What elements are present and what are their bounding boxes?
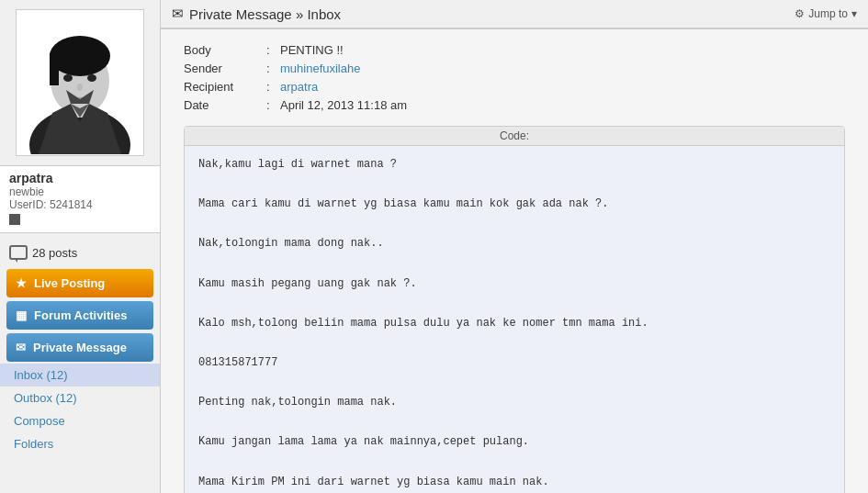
user-rank: newbie (9, 185, 151, 198)
outbox-link[interactable]: Outbox (12) (0, 387, 160, 409)
forum-activities-button[interactable]: ▦ Forum Activities (6, 301, 153, 330)
private-message-label: Private Message (33, 341, 127, 354)
date-value: April 12, 2013 11:18 am (280, 98, 407, 112)
gear-icon: ⚙ (795, 7, 805, 20)
meta-recipient-row: Recipient : arpatra (184, 80, 845, 94)
live-posting-button[interactable]: ★ Live Posting (6, 269, 153, 297)
user-badge (9, 214, 20, 225)
inbox-link[interactable]: Inbox (12) (0, 364, 160, 387)
user-info: arpatra newbie UserID: 5241814 (0, 165, 160, 233)
body-label: Body (184, 43, 266, 57)
message-meta: Body : PENTING !! Sender : muhinefuxilah… (184, 43, 845, 112)
date-label: Date (184, 98, 266, 112)
avatar (20, 12, 140, 154)
private-message-button[interactable]: ✉ Private Message (6, 333, 153, 362)
meta-body-row: Body : PENTING !! (184, 43, 845, 57)
svg-rect-5 (50, 53, 59, 85)
recipient-label: Recipient (184, 80, 266, 94)
sender-value[interactable]: muhinefuxilahe (280, 62, 360, 75)
pm-icon: ✉ (16, 341, 26, 354)
svg-point-8 (77, 84, 83, 91)
page-title: ✉ Private Message » Inbox (172, 6, 341, 22)
message-body-area: Body : PENTING !! Sender : muhinefuxilah… (161, 29, 868, 493)
page-title-text: Private Message » Inbox (189, 6, 341, 22)
live-icon: ★ (16, 276, 27, 290)
avatar-container (16, 9, 144, 156)
sender-label: Sender (184, 62, 266, 75)
svg-point-7 (87, 74, 96, 82)
envelope-icon: ✉ (172, 6, 184, 22)
forum-icon: ▦ (16, 308, 27, 322)
meta-date-row: Date : April 12, 2013 11:18 am (184, 98, 845, 112)
code-body: Nak,kamu lagi di warnet mana ? Mama cari… (185, 146, 844, 493)
meta-sender-row: Sender : muhinefuxilahe (184, 62, 845, 75)
sidebar: arpatra newbie UserID: 5241814 28 posts … (0, 0, 161, 493)
compose-link[interactable]: Compose (0, 409, 160, 432)
code-header: Code: (185, 127, 844, 146)
posts-count-label: 28 posts (32, 246, 77, 260)
live-posting-label: Live Posting (34, 276, 105, 290)
main-content: ✉ Private Message » Inbox ⚙ Jump to ▾ Bo… (161, 0, 868, 493)
folders-link[interactable]: Folders (0, 432, 160, 455)
recipient-value[interactable]: arpatra (280, 80, 318, 94)
bubble-icon (9, 245, 28, 260)
forum-activities-label: Forum Activities (34, 308, 127, 322)
username: arpatra (9, 171, 151, 185)
pm-nav-section: Inbox (12) Outbox (12) Compose Folders (0, 364, 160, 455)
chevron-down-icon: ▾ (851, 7, 857, 20)
jump-to-button[interactable]: ⚙ Jump to ▾ (795, 7, 857, 20)
code-container: Code: Nak,kamu lagi di warnet mana ? Mam… (184, 126, 845, 493)
svg-point-6 (63, 74, 73, 82)
top-bar: ✉ Private Message » Inbox ⚙ Jump to ▾ (161, 0, 868, 28)
jump-to-label: Jump to (808, 7, 848, 20)
body-value: PENTING !! (280, 43, 344, 57)
user-id: UserID: 5241814 (9, 198, 151, 211)
posts-count: 28 posts (0, 238, 160, 267)
